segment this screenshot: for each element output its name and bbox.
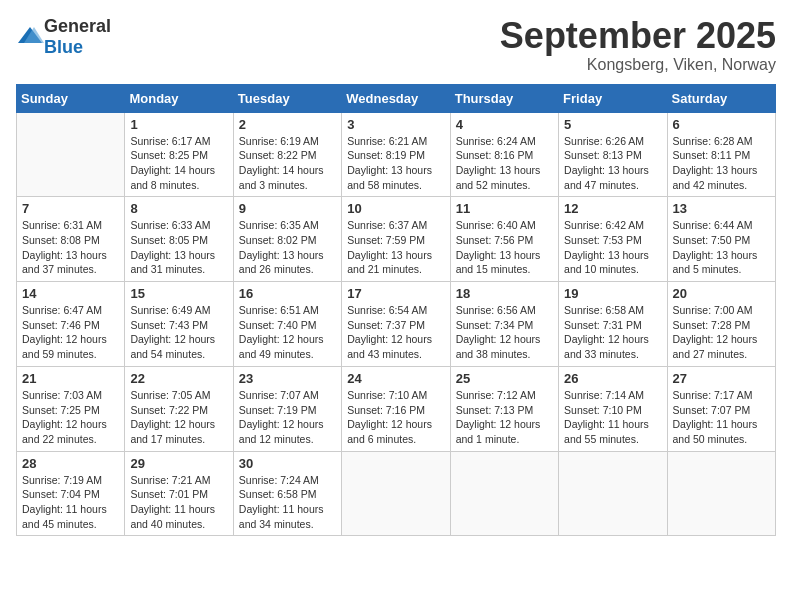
day-number: 1 [130, 117, 227, 132]
calendar-cell: 7Sunrise: 6:31 AM Sunset: 8:08 PM Daylig… [17, 197, 125, 282]
calendar-cell: 23Sunrise: 7:07 AM Sunset: 7:19 PM Dayli… [233, 366, 341, 451]
weekday-header-tuesday: Tuesday [233, 84, 341, 112]
calendar-cell: 28Sunrise: 7:19 AM Sunset: 7:04 PM Dayli… [17, 451, 125, 536]
day-info: Sunrise: 6:26 AM Sunset: 8:13 PM Dayligh… [564, 134, 661, 193]
day-number: 4 [456, 117, 553, 132]
day-number: 6 [673, 117, 770, 132]
calendar-table: SundayMondayTuesdayWednesdayThursdayFrid… [16, 84, 776, 537]
calendar-cell: 22Sunrise: 7:05 AM Sunset: 7:22 PM Dayli… [125, 366, 233, 451]
calendar-cell: 16Sunrise: 6:51 AM Sunset: 7:40 PM Dayli… [233, 282, 341, 367]
day-info: Sunrise: 6:17 AM Sunset: 8:25 PM Dayligh… [130, 134, 227, 193]
day-info: Sunrise: 6:56 AM Sunset: 7:34 PM Dayligh… [456, 303, 553, 362]
calendar-cell: 30Sunrise: 7:24 AM Sunset: 6:58 PM Dayli… [233, 451, 341, 536]
day-number: 17 [347, 286, 444, 301]
day-info: Sunrise: 6:44 AM Sunset: 7:50 PM Dayligh… [673, 218, 770, 277]
calendar-cell [559, 451, 667, 536]
logo-blue: Blue [44, 37, 83, 57]
page-header: General Blue September 2025 Kongsberg, V… [16, 16, 776, 74]
day-info: Sunrise: 6:19 AM Sunset: 8:22 PM Dayligh… [239, 134, 336, 193]
calendar-cell: 12Sunrise: 6:42 AM Sunset: 7:53 PM Dayli… [559, 197, 667, 282]
day-number: 28 [22, 456, 119, 471]
day-number: 7 [22, 201, 119, 216]
logo: General Blue [16, 16, 111, 58]
day-number: 3 [347, 117, 444, 132]
calendar-cell: 25Sunrise: 7:12 AM Sunset: 7:13 PM Dayli… [450, 366, 558, 451]
day-info: Sunrise: 6:33 AM Sunset: 8:05 PM Dayligh… [130, 218, 227, 277]
day-number: 12 [564, 201, 661, 216]
day-info: Sunrise: 6:21 AM Sunset: 8:19 PM Dayligh… [347, 134, 444, 193]
day-number: 8 [130, 201, 227, 216]
weekday-header-friday: Friday [559, 84, 667, 112]
title-area: September 2025 Kongsberg, Viken, Norway [500, 16, 776, 74]
calendar-cell: 1Sunrise: 6:17 AM Sunset: 8:25 PM Daylig… [125, 112, 233, 197]
day-number: 10 [347, 201, 444, 216]
day-info: Sunrise: 7:19 AM Sunset: 7:04 PM Dayligh… [22, 473, 119, 532]
day-info: Sunrise: 6:37 AM Sunset: 7:59 PM Dayligh… [347, 218, 444, 277]
day-number: 5 [564, 117, 661, 132]
calendar-cell [667, 451, 775, 536]
calendar-cell [17, 112, 125, 197]
calendar-cell: 21Sunrise: 7:03 AM Sunset: 7:25 PM Dayli… [17, 366, 125, 451]
day-info: Sunrise: 6:24 AM Sunset: 8:16 PM Dayligh… [456, 134, 553, 193]
day-number: 23 [239, 371, 336, 386]
day-number: 9 [239, 201, 336, 216]
month-title: September 2025 [500, 16, 776, 56]
calendar-cell: 6Sunrise: 6:28 AM Sunset: 8:11 PM Daylig… [667, 112, 775, 197]
day-number: 14 [22, 286, 119, 301]
day-number: 19 [564, 286, 661, 301]
calendar-cell: 29Sunrise: 7:21 AM Sunset: 7:01 PM Dayli… [125, 451, 233, 536]
calendar-cell: 9Sunrise: 6:35 AM Sunset: 8:02 PM Daylig… [233, 197, 341, 282]
calendar-cell [342, 451, 450, 536]
calendar-cell: 15Sunrise: 6:49 AM Sunset: 7:43 PM Dayli… [125, 282, 233, 367]
day-number: 11 [456, 201, 553, 216]
calendar-cell: 13Sunrise: 6:44 AM Sunset: 7:50 PM Dayli… [667, 197, 775, 282]
day-info: Sunrise: 6:49 AM Sunset: 7:43 PM Dayligh… [130, 303, 227, 362]
day-info: Sunrise: 6:40 AM Sunset: 7:56 PM Dayligh… [456, 218, 553, 277]
day-number: 29 [130, 456, 227, 471]
weekday-header-wednesday: Wednesday [342, 84, 450, 112]
day-info: Sunrise: 6:51 AM Sunset: 7:40 PM Dayligh… [239, 303, 336, 362]
calendar-cell: 17Sunrise: 6:54 AM Sunset: 7:37 PM Dayli… [342, 282, 450, 367]
day-info: Sunrise: 7:00 AM Sunset: 7:28 PM Dayligh… [673, 303, 770, 362]
weekday-header-saturday: Saturday [667, 84, 775, 112]
weekday-header-monday: Monday [125, 84, 233, 112]
calendar-cell: 27Sunrise: 7:17 AM Sunset: 7:07 PM Dayli… [667, 366, 775, 451]
day-info: Sunrise: 7:12 AM Sunset: 7:13 PM Dayligh… [456, 388, 553, 447]
location-title: Kongsberg, Viken, Norway [500, 56, 776, 74]
day-info: Sunrise: 6:54 AM Sunset: 7:37 PM Dayligh… [347, 303, 444, 362]
calendar-cell: 20Sunrise: 7:00 AM Sunset: 7:28 PM Dayli… [667, 282, 775, 367]
day-info: Sunrise: 7:21 AM Sunset: 7:01 PM Dayligh… [130, 473, 227, 532]
day-number: 20 [673, 286, 770, 301]
day-number: 30 [239, 456, 336, 471]
calendar-cell: 3Sunrise: 6:21 AM Sunset: 8:19 PM Daylig… [342, 112, 450, 197]
day-info: Sunrise: 6:35 AM Sunset: 8:02 PM Dayligh… [239, 218, 336, 277]
calendar-cell: 4Sunrise: 6:24 AM Sunset: 8:16 PM Daylig… [450, 112, 558, 197]
day-info: Sunrise: 7:17 AM Sunset: 7:07 PM Dayligh… [673, 388, 770, 447]
day-info: Sunrise: 6:47 AM Sunset: 7:46 PM Dayligh… [22, 303, 119, 362]
calendar-cell: 2Sunrise: 6:19 AM Sunset: 8:22 PM Daylig… [233, 112, 341, 197]
day-info: Sunrise: 6:42 AM Sunset: 7:53 PM Dayligh… [564, 218, 661, 277]
day-number: 22 [130, 371, 227, 386]
day-info: Sunrise: 7:03 AM Sunset: 7:25 PM Dayligh… [22, 388, 119, 447]
calendar-cell: 14Sunrise: 6:47 AM Sunset: 7:46 PM Dayli… [17, 282, 125, 367]
weekday-header-sunday: Sunday [17, 84, 125, 112]
weekday-header-thursday: Thursday [450, 84, 558, 112]
day-number: 24 [347, 371, 444, 386]
calendar-cell: 18Sunrise: 6:56 AM Sunset: 7:34 PM Dayli… [450, 282, 558, 367]
day-info: Sunrise: 6:28 AM Sunset: 8:11 PM Dayligh… [673, 134, 770, 193]
calendar-cell [450, 451, 558, 536]
day-number: 13 [673, 201, 770, 216]
calendar-cell: 24Sunrise: 7:10 AM Sunset: 7:16 PM Dayli… [342, 366, 450, 451]
logo-general: General [44, 16, 111, 36]
day-info: Sunrise: 7:24 AM Sunset: 6:58 PM Dayligh… [239, 473, 336, 532]
day-number: 21 [22, 371, 119, 386]
day-number: 18 [456, 286, 553, 301]
day-number: 25 [456, 371, 553, 386]
calendar-cell: 8Sunrise: 6:33 AM Sunset: 8:05 PM Daylig… [125, 197, 233, 282]
calendar-cell: 11Sunrise: 6:40 AM Sunset: 7:56 PM Dayli… [450, 197, 558, 282]
day-info: Sunrise: 7:07 AM Sunset: 7:19 PM Dayligh… [239, 388, 336, 447]
calendar-cell: 10Sunrise: 6:37 AM Sunset: 7:59 PM Dayli… [342, 197, 450, 282]
day-info: Sunrise: 6:58 AM Sunset: 7:31 PM Dayligh… [564, 303, 661, 362]
calendar-cell: 5Sunrise: 6:26 AM Sunset: 8:13 PM Daylig… [559, 112, 667, 197]
day-number: 26 [564, 371, 661, 386]
